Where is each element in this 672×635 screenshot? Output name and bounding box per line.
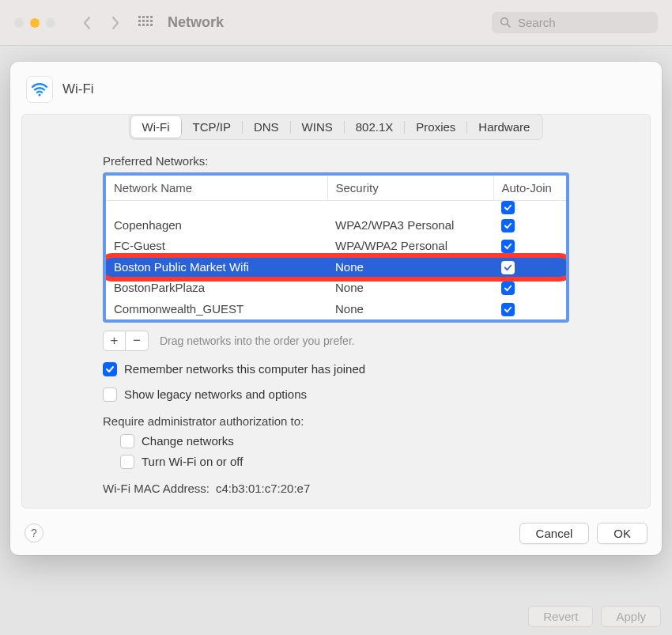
network-name-cell[interactable]: Copenhagen bbox=[106, 214, 327, 236]
wifi-icon bbox=[26, 76, 53, 103]
admin-wifi-toggle-label: Turn Wi-Fi on or off bbox=[142, 455, 243, 468]
autojoin-checkbox[interactable] bbox=[501, 261, 515, 274]
svg-rect-10 bbox=[146, 24, 149, 26]
wifi-advanced-sheet: Wi-Fi Wi-Fi TCP/IP DNS WINS 802.1X Proxi… bbox=[10, 62, 662, 555]
svg-rect-9 bbox=[142, 24, 145, 26]
search-placeholder: Search bbox=[518, 16, 556, 29]
autojoin-cell[interactable] bbox=[493, 298, 566, 319]
tab-tcpip[interactable]: TCP/IP bbox=[182, 116, 242, 138]
tab-dns[interactable]: DNS bbox=[243, 116, 290, 138]
security-cell[interactable]: None bbox=[327, 256, 493, 278]
remember-networks-label: Remember networks this computer has join… bbox=[124, 362, 365, 376]
svg-rect-0 bbox=[138, 16, 141, 18]
svg-rect-2 bbox=[146, 16, 149, 18]
autojoin-cell[interactable] bbox=[493, 214, 566, 236]
autojoin-cell[interactable] bbox=[493, 256, 566, 278]
security-cell[interactable]: WPA2/WPA3 Personal bbox=[327, 214, 493, 236]
security-cell[interactable]: WPA/WPA2 Personal bbox=[327, 236, 493, 257]
table-cell[interactable] bbox=[493, 201, 566, 215]
preferred-networks-table[interactable]: Network Name Security Auto-Join Copenhag… bbox=[103, 172, 569, 323]
svg-rect-3 bbox=[150, 16, 153, 18]
sheet-title: Wi-Fi bbox=[62, 81, 94, 97]
network-name-cell[interactable]: BostonParkPlaza bbox=[106, 278, 327, 299]
preferred-networks-label: Preferred Networks: bbox=[103, 154, 569, 168]
ok-button[interactable]: OK bbox=[597, 523, 647, 544]
svg-rect-5 bbox=[142, 20, 145, 22]
window-footer-buttons: Revert Apply bbox=[528, 606, 661, 627]
svg-point-14 bbox=[38, 93, 40, 96]
tab-wifi[interactable]: Wi-Fi bbox=[131, 116, 181, 138]
toolbar-title: Network bbox=[168, 14, 224, 31]
tab-hardware[interactable]: Hardware bbox=[467, 116, 541, 138]
table-cell[interactable] bbox=[327, 201, 493, 215]
add-network-button[interactable]: + bbox=[104, 331, 126, 350]
forward-button[interactable] bbox=[104, 12, 126, 34]
revert-button[interactable]: Revert bbox=[528, 606, 593, 627]
autojoin-checkbox[interactable] bbox=[501, 240, 515, 253]
cancel-button[interactable]: Cancel bbox=[519, 523, 590, 544]
help-button[interactable]: ? bbox=[25, 523, 43, 542]
admin-wifi-toggle-checkbox[interactable] bbox=[120, 455, 134, 469]
window-zoom-button[interactable] bbox=[46, 18, 55, 28]
all-prefs-grid-icon[interactable] bbox=[134, 12, 157, 34]
table-row[interactable]: CopenhagenWPA2/WPA3 Personal bbox=[106, 214, 566, 236]
table-cell[interactable] bbox=[106, 201, 327, 215]
back-button[interactable] bbox=[76, 12, 98, 34]
tab-bar: Wi-Fi TCP/IP DNS WINS 802.1X Proxies Har… bbox=[129, 114, 544, 140]
svg-rect-6 bbox=[146, 20, 149, 22]
mac-address-value: c4:b3:01:c7:20:e7 bbox=[216, 482, 310, 495]
table-row[interactable]: Boston Public Market WifiNone bbox=[106, 256, 566, 278]
remove-network-button[interactable]: − bbox=[126, 331, 148, 350]
table-row[interactable]: BostonParkPlazaNone bbox=[106, 278, 566, 299]
security-cell[interactable]: None bbox=[327, 298, 493, 319]
security-cell[interactable]: None bbox=[327, 278, 493, 299]
table-row[interactable]: FC-GuestWPA/WPA2 Personal bbox=[106, 236, 566, 257]
autojoin-cell[interactable] bbox=[493, 236, 566, 257]
network-name-cell[interactable]: Commonwealth_GUEST bbox=[106, 298, 327, 319]
tab-8021x[interactable]: 802.1X bbox=[345, 116, 405, 138]
autojoin-checkbox[interactable] bbox=[501, 282, 515, 295]
window-close-button[interactable] bbox=[14, 18, 24, 28]
mac-address-label: Wi-Fi MAC Address: bbox=[103, 482, 210, 495]
svg-line-13 bbox=[508, 25, 511, 28]
traffic-lights bbox=[14, 18, 55, 28]
network-name-cell[interactable]: Boston Public Market Wifi bbox=[106, 256, 327, 278]
autojoin-checkbox[interactable] bbox=[501, 303, 515, 316]
admin-change-networks-label: Change networks bbox=[142, 434, 234, 448]
svg-rect-11 bbox=[150, 24, 153, 26]
legacy-networks-label: Show legacy networks and options bbox=[124, 387, 307, 401]
col-autojoin[interactable]: Auto-Join bbox=[493, 176, 566, 201]
remember-networks-checkbox[interactable] bbox=[103, 362, 117, 376]
admin-auth-label: Require administrator authorization to: bbox=[103, 414, 569, 428]
svg-rect-7 bbox=[150, 20, 153, 22]
legacy-networks-checkbox[interactable] bbox=[103, 387, 117, 402]
search-icon bbox=[500, 17, 512, 28]
admin-change-networks-checkbox[interactable] bbox=[120, 434, 134, 448]
window-toolbar: Network Search bbox=[0, 0, 672, 46]
search-input[interactable]: Search bbox=[492, 12, 658, 33]
svg-rect-4 bbox=[138, 20, 141, 22]
svg-rect-8 bbox=[138, 24, 141, 26]
window-minimize-button[interactable] bbox=[30, 18, 40, 28]
col-security[interactable]: Security bbox=[327, 176, 493, 201]
add-remove-buttons: + − bbox=[103, 331, 149, 351]
drag-hint: Drag networks into the order you prefer. bbox=[160, 335, 355, 347]
col-network-name[interactable]: Network Name bbox=[106, 176, 327, 201]
table-row[interactable]: Commonwealth_GUESTNone bbox=[106, 298, 566, 319]
autojoin-checkbox[interactable] bbox=[501, 201, 515, 214]
settings-panel: Wi-Fi TCP/IP DNS WINS 802.1X Proxies Har… bbox=[21, 114, 651, 508]
autojoin-checkbox[interactable] bbox=[501, 219, 515, 232]
tab-wins[interactable]: WINS bbox=[291, 116, 344, 138]
apply-button[interactable]: Apply bbox=[601, 606, 661, 627]
autojoin-cell[interactable] bbox=[493, 278, 566, 299]
svg-rect-1 bbox=[142, 16, 145, 18]
tab-proxies[interactable]: Proxies bbox=[405, 116, 466, 138]
network-name-cell[interactable]: FC-Guest bbox=[106, 236, 327, 257]
